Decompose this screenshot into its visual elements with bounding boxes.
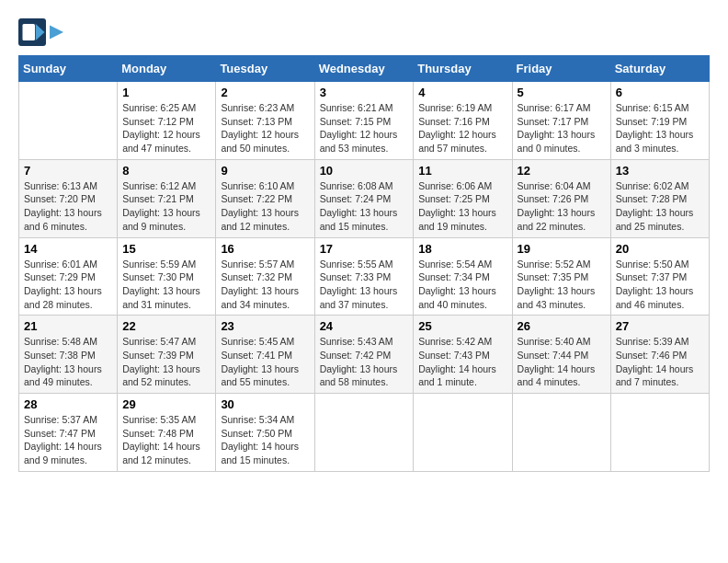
weekday-header-sunday: Sunday (19, 56, 118, 82)
logo-text: ▶ (50, 22, 63, 42)
day-info: Sunrise: 5:42 AM Sunset: 7:43 PM Dayligh… (418, 335, 506, 389)
page-header: ▶ (18, 18, 710, 46)
day-info: Sunrise: 5:48 AM Sunset: 7:38 PM Dayligh… (24, 335, 112, 389)
week-row-4: 21Sunrise: 5:48 AM Sunset: 7:38 PM Dayli… (19, 316, 710, 394)
week-row-1: 1Sunrise: 6:25 AM Sunset: 7:12 PM Daylig… (19, 82, 710, 160)
weekday-header-friday: Friday (512, 56, 610, 82)
day-number: 3 (320, 86, 409, 99)
calendar-cell: 20Sunrise: 5:50 AM Sunset: 7:37 PM Dayli… (610, 237, 709, 316)
calendar-cell: 13Sunrise: 6:02 AM Sunset: 7:28 PM Dayli… (610, 159, 709, 237)
day-info: Sunrise: 6:04 AM Sunset: 7:26 PM Dayligh… (518, 179, 606, 234)
calendar-cell (314, 394, 414, 472)
calendar-cell (610, 394, 709, 472)
calendar-cell: 15Sunrise: 5:59 AM Sunset: 7:30 PM Dayli… (118, 237, 216, 316)
day-number: 5 (518, 86, 606, 99)
day-number: 6 (616, 86, 704, 99)
day-number: 27 (616, 319, 704, 333)
day-info: Sunrise: 6:25 AM Sunset: 7:12 PM Dayligh… (122, 101, 210, 155)
day-number: 7 (24, 164, 112, 178)
weekday-header-tuesday: Tuesday (216, 56, 314, 82)
calendar-cell: 19Sunrise: 5:52 AM Sunset: 7:35 PM Dayli… (512, 237, 610, 316)
day-number: 24 (320, 319, 409, 333)
calendar-cell: 9Sunrise: 6:10 AM Sunset: 7:22 PM Daylig… (216, 159, 314, 237)
calendar-cell: 22Sunrise: 5:47 AM Sunset: 7:39 PM Dayli… (118, 316, 216, 394)
calendar-cell: 23Sunrise: 5:45 AM Sunset: 7:41 PM Dayli… (216, 316, 314, 394)
calendar-cell: 30Sunrise: 5:34 AM Sunset: 7:50 PM Dayli… (216, 394, 314, 472)
day-info: Sunrise: 5:34 AM Sunset: 7:50 PM Dayligh… (221, 413, 309, 467)
day-number: 28 (24, 397, 112, 411)
day-number: 17 (320, 242, 409, 256)
day-number: 21 (24, 319, 112, 333)
day-info: Sunrise: 6:12 AM Sunset: 7:21 PM Dayligh… (122, 179, 210, 234)
logo-icon (18, 18, 46, 46)
day-number: 25 (418, 319, 506, 333)
calendar-cell: 17Sunrise: 5:55 AM Sunset: 7:33 PM Dayli… (314, 237, 414, 316)
day-number: 14 (24, 242, 112, 256)
calendar-cell: 28Sunrise: 5:37 AM Sunset: 7:47 PM Dayli… (19, 394, 118, 472)
day-number: 10 (320, 164, 409, 178)
day-info: Sunrise: 5:50 AM Sunset: 7:37 PM Dayligh… (616, 258, 704, 312)
calendar-cell: 2Sunrise: 6:23 AM Sunset: 7:13 PM Daylig… (216, 82, 314, 160)
calendar-cell: 29Sunrise: 5:35 AM Sunset: 7:48 PM Dayli… (118, 394, 216, 472)
calendar-cell: 7Sunrise: 6:13 AM Sunset: 7:20 PM Daylig… (19, 159, 118, 237)
day-number: 29 (122, 397, 210, 411)
day-number: 11 (418, 164, 506, 178)
day-info: Sunrise: 6:21 AM Sunset: 7:15 PM Dayligh… (320, 101, 409, 155)
day-info: Sunrise: 5:47 AM Sunset: 7:39 PM Dayligh… (122, 335, 210, 389)
day-info: Sunrise: 5:43 AM Sunset: 7:42 PM Dayligh… (320, 335, 409, 389)
calendar-cell (512, 394, 610, 472)
calendar-cell (19, 82, 118, 160)
week-row-5: 28Sunrise: 5:37 AM Sunset: 7:47 PM Dayli… (19, 394, 710, 472)
day-info: Sunrise: 6:01 AM Sunset: 7:29 PM Dayligh… (24, 258, 112, 312)
day-info: Sunrise: 5:59 AM Sunset: 7:30 PM Dayligh… (122, 258, 210, 312)
calendar-cell: 11Sunrise: 6:06 AM Sunset: 7:25 PM Dayli… (414, 159, 512, 237)
day-number: 23 (221, 319, 309, 333)
weekday-header-wednesday: Wednesday (314, 56, 414, 82)
calendar-cell: 3Sunrise: 6:21 AM Sunset: 7:15 PM Daylig… (314, 82, 414, 160)
day-info: Sunrise: 6:19 AM Sunset: 7:16 PM Dayligh… (418, 101, 506, 155)
calendar-cell: 18Sunrise: 5:54 AM Sunset: 7:34 PM Dayli… (414, 237, 512, 316)
day-info: Sunrise: 6:15 AM Sunset: 7:19 PM Dayligh… (616, 101, 704, 155)
calendar-cell: 25Sunrise: 5:42 AM Sunset: 7:43 PM Dayli… (414, 316, 512, 394)
day-number: 12 (518, 164, 606, 178)
day-number: 2 (221, 86, 309, 99)
weekday-header-monday: Monday (118, 56, 216, 82)
calendar-cell: 1Sunrise: 6:25 AM Sunset: 7:12 PM Daylig… (118, 82, 216, 160)
day-number: 15 (122, 242, 210, 256)
calendar-cell: 21Sunrise: 5:48 AM Sunset: 7:38 PM Dayli… (19, 316, 118, 394)
day-number: 8 (122, 164, 210, 178)
day-number: 20 (616, 242, 704, 256)
day-number: 19 (518, 242, 606, 256)
day-info: Sunrise: 6:17 AM Sunset: 7:17 PM Dayligh… (518, 101, 606, 155)
calendar-cell: 16Sunrise: 5:57 AM Sunset: 7:32 PM Dayli… (216, 237, 314, 316)
calendar-cell: 10Sunrise: 6:08 AM Sunset: 7:24 PM Dayli… (314, 159, 414, 237)
calendar-cell: 12Sunrise: 6:04 AM Sunset: 7:26 PM Dayli… (512, 159, 610, 237)
day-info: Sunrise: 6:02 AM Sunset: 7:28 PM Dayligh… (616, 179, 704, 234)
day-info: Sunrise: 5:45 AM Sunset: 7:41 PM Dayligh… (221, 335, 309, 389)
calendar-table: SundayMondayTuesdayWednesdayThursdayFrid… (18, 55, 710, 472)
calendar-cell: 6Sunrise: 6:15 AM Sunset: 7:19 PM Daylig… (610, 82, 709, 160)
svg-rect-2 (23, 24, 36, 40)
week-row-3: 14Sunrise: 6:01 AM Sunset: 7:29 PM Dayli… (19, 237, 710, 316)
day-number: 26 (518, 319, 606, 333)
calendar-cell: 5Sunrise: 6:17 AM Sunset: 7:17 PM Daylig… (512, 82, 610, 160)
day-info: Sunrise: 5:40 AM Sunset: 7:44 PM Dayligh… (518, 335, 606, 389)
weekday-header-thursday: Thursday (414, 56, 512, 82)
day-number: 30 (221, 397, 309, 411)
weekday-header-saturday: Saturday (610, 56, 709, 82)
day-info: Sunrise: 5:37 AM Sunset: 7:47 PM Dayligh… (24, 413, 112, 467)
calendar-cell: 4Sunrise: 6:19 AM Sunset: 7:16 PM Daylig… (414, 82, 512, 160)
day-info: Sunrise: 5:35 AM Sunset: 7:48 PM Dayligh… (122, 413, 210, 467)
day-info: Sunrise: 5:52 AM Sunset: 7:35 PM Dayligh… (518, 258, 606, 312)
day-info: Sunrise: 5:57 AM Sunset: 7:32 PM Dayligh… (221, 258, 309, 312)
day-info: Sunrise: 5:54 AM Sunset: 7:34 PM Dayligh… (418, 258, 506, 312)
day-info: Sunrise: 6:10 AM Sunset: 7:22 PM Dayligh… (221, 179, 309, 234)
calendar-cell: 24Sunrise: 5:43 AM Sunset: 7:42 PM Dayli… (314, 316, 414, 394)
day-number: 22 (122, 319, 210, 333)
logo: ▶ (18, 18, 63, 46)
calendar-cell: 26Sunrise: 5:40 AM Sunset: 7:44 PM Dayli… (512, 316, 610, 394)
calendar-cell: 27Sunrise: 5:39 AM Sunset: 7:46 PM Dayli… (610, 316, 709, 394)
day-number: 9 (221, 164, 309, 178)
day-info: Sunrise: 6:23 AM Sunset: 7:13 PM Dayligh… (221, 101, 309, 155)
calendar-cell (414, 394, 512, 472)
